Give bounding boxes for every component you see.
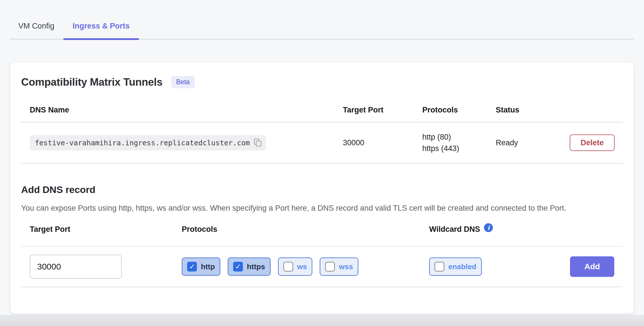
checked-checkbox-icon: ✓	[187, 262, 197, 271]
header-status: Status	[496, 106, 570, 114]
beta-badge: Beta	[171, 76, 195, 88]
tab-vm-config[interactable]: VM Config	[9, 14, 63, 40]
tunnels-table: DNS Name Target Port Protocols Status fe…	[21, 98, 623, 164]
table-row: festive-varahamihira.ingress.replicatedc…	[21, 122, 623, 164]
tab-ingress-ports[interactable]: Ingress & Ports	[63, 14, 139, 40]
protocol-line-https: https (443)	[422, 143, 496, 154]
protocols-cell: http (80) https (443)	[422, 131, 496, 154]
dns-name-pill: festive-varahamihira.ingress.replicatedc…	[30, 135, 266, 150]
label-wildcard-dns: Wildcard DNS i	[429, 225, 570, 234]
label-target-port: Target Port	[21, 225, 182, 234]
card-title-row: Compatibility Matrix Tunnels Beta	[21, 76, 623, 88]
bottom-fade	[0, 315, 644, 326]
protocol-chips: ✓ http ✓ https ws wss	[182, 257, 429, 276]
unchecked-checkbox-icon	[325, 262, 335, 271]
delete-button[interactable]: Delete	[570, 134, 615, 151]
checked-checkbox-icon: ✓	[233, 262, 243, 271]
add-button[interactable]: Add	[570, 256, 614, 277]
protocol-chip-label: http	[201, 262, 215, 271]
protocol-line-http: http (80)	[422, 131, 496, 143]
protocol-checkbox-wss[interactable]: wss	[320, 257, 358, 276]
wildcard-dns-cell: enabled	[429, 257, 570, 276]
tab-bar: VM Config Ingress & Ports	[9, 14, 634, 39]
target-port-field-cell	[21, 255, 182, 279]
add-dns-record-heading: Add DNS record	[21, 184, 623, 195]
protocol-chip-label: ws	[297, 262, 307, 271]
protocol-checkbox-http[interactable]: ✓ http	[182, 257, 220, 276]
form-labels-row: Target Port Protocols Wildcard DNS i	[21, 224, 623, 247]
wildcard-dns-label-text: Wildcard DNS	[429, 225, 480, 234]
table-header-row: DNS Name Target Port Protocols Status	[21, 98, 623, 122]
unchecked-checkbox-icon	[283, 262, 293, 271]
dns-name-text: festive-varahamihira.ingress.replicatedc…	[35, 139, 250, 147]
add-dns-form-row: ✓ http ✓ https ws wss enabled Add	[21, 247, 623, 287]
label-protocols: Protocols	[182, 225, 429, 234]
tunnels-card: Compatibility Matrix Tunnels Beta DNS Na…	[10, 62, 634, 313]
dns-name-cell: festive-varahamihira.ingress.replicatedc…	[21, 135, 343, 150]
status-cell: Ready	[496, 138, 570, 147]
add-dns-record-description: You can expose Ports using http, https, …	[21, 202, 611, 214]
unchecked-checkbox-icon	[435, 262, 444, 271]
wildcard-chip-label: enabled	[448, 262, 476, 271]
wildcard-enabled-checkbox[interactable]: enabled	[429, 257, 482, 276]
protocol-chip-label: wss	[339, 262, 353, 271]
add-button-cell: Add	[570, 256, 623, 277]
copy-icon[interactable]	[253, 138, 262, 147]
header-dns-name: DNS Name	[21, 106, 343, 114]
action-cell: Delete	[570, 134, 624, 151]
target-port-input[interactable]	[30, 255, 122, 279]
protocol-checkbox-ws[interactable]: ws	[278, 257, 313, 276]
header-protocols: Protocols	[422, 106, 496, 114]
protocol-checkbox-https[interactable]: ✓ https	[228, 257, 271, 276]
card-title: Compatibility Matrix Tunnels	[21, 76, 163, 88]
info-icon[interactable]: i	[484, 223, 493, 232]
target-port-cell: 30000	[343, 138, 422, 147]
header-target-port: Target Port	[343, 106, 422, 114]
protocol-chip-label: https	[247, 262, 265, 271]
